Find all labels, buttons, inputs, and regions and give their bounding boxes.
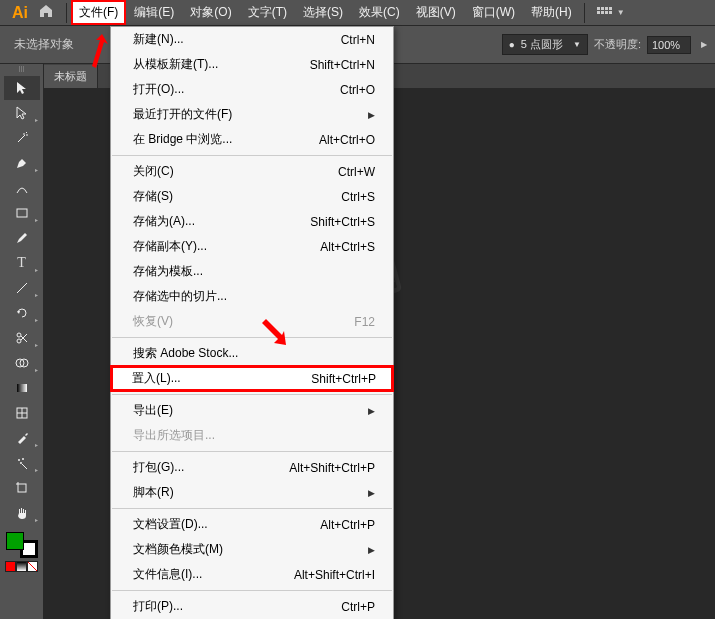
color-mode-gradient[interactable] bbox=[16, 561, 27, 572]
menu-item-label: 关闭(C) bbox=[133, 163, 174, 180]
chevron-right-icon: ▶ bbox=[368, 406, 375, 416]
menu-item[interactable]: 视图(V) bbox=[408, 0, 464, 25]
svg-point-2 bbox=[17, 333, 21, 337]
menu-item[interactable]: 新建(N)...Ctrl+N bbox=[111, 27, 393, 52]
menu-item[interactable]: 打包(G)...Alt+Shift+Ctrl+P bbox=[111, 455, 393, 480]
stroke-profile-value: 5 点圆形 bbox=[521, 37, 563, 52]
menu-item[interactable]: 打开(O)...Ctrl+O bbox=[111, 77, 393, 102]
menu-item-label: 从模板新建(T)... bbox=[133, 56, 218, 73]
menu-item[interactable]: 打印(P)...Ctrl+P bbox=[111, 594, 393, 619]
line-tool[interactable]: ▸ bbox=[4, 276, 40, 300]
pen-tool[interactable]: ▸ bbox=[4, 151, 40, 175]
menu-item[interactable]: 文件信息(I)...Alt+Shift+Ctrl+I bbox=[111, 562, 393, 587]
menu-separator bbox=[112, 394, 392, 395]
menu-item[interactable]: 文字(T) bbox=[240, 0, 295, 25]
color-mode-switches bbox=[5, 561, 39, 572]
menubar: Ai 文件(F)编辑(E)对象(O)文字(T)选择(S)效果(C)视图(V)窗口… bbox=[0, 0, 715, 26]
annotation-arrow bbox=[78, 32, 118, 72]
chevron-right-icon: ▶ bbox=[368, 545, 375, 555]
menu-item-shortcut: Ctrl+P bbox=[341, 600, 375, 614]
svg-point-14 bbox=[20, 462, 22, 464]
menu-item-label: 搜索 Adobe Stock... bbox=[133, 345, 238, 362]
menu-item: 导出所选项目... bbox=[111, 423, 393, 448]
color-mode-normal[interactable] bbox=[5, 561, 16, 572]
shape-builder-tool[interactable]: ▸ bbox=[4, 351, 40, 375]
fill-color[interactable] bbox=[6, 532, 24, 550]
svg-rect-8 bbox=[17, 384, 27, 392]
scissors-tool[interactable]: ▸ bbox=[4, 326, 40, 350]
chevron-right-icon: ▶ bbox=[368, 488, 375, 498]
menu-item[interactable]: 帮助(H) bbox=[523, 0, 580, 25]
menu-item-label: 打包(G)... bbox=[133, 459, 184, 476]
type-tool[interactable]: T▸ bbox=[4, 251, 40, 275]
menu-item-shortcut: Alt+Ctrl+S bbox=[320, 240, 375, 254]
menu-item[interactable]: 效果(C) bbox=[351, 0, 408, 25]
menu-item[interactable]: 从模板新建(T)...Shift+Ctrl+N bbox=[111, 52, 393, 77]
menu-item-shortcut: F12 bbox=[354, 315, 375, 329]
bullet-icon: ● bbox=[509, 39, 515, 50]
menu-item[interactable]: 编辑(E) bbox=[126, 0, 182, 25]
svg-rect-15 bbox=[18, 484, 26, 492]
menu-item-label: 最近打开的文件(F) bbox=[133, 106, 232, 123]
toolbar-handle[interactable] bbox=[4, 66, 40, 72]
menu-item-label: 存储(S) bbox=[133, 188, 173, 205]
menu-item[interactable]: 存储选中的切片... bbox=[111, 284, 393, 309]
symbol-sprayer-tool[interactable]: ▸ bbox=[4, 451, 40, 475]
opacity-label: 不透明度: bbox=[594, 37, 641, 52]
stroke-profile-dropdown[interactable]: ● 5 点圆形 ▼ bbox=[502, 34, 588, 55]
menu-item-shortcut: Ctrl+W bbox=[338, 165, 375, 179]
mesh-tool[interactable] bbox=[4, 401, 40, 425]
menu-item[interactable]: 文档设置(D)...Alt+Ctrl+P bbox=[111, 512, 393, 537]
color-mode-none[interactable] bbox=[27, 561, 38, 572]
rectangle-tool[interactable]: ▸ bbox=[4, 201, 40, 225]
svg-line-1 bbox=[17, 283, 27, 293]
curvature-tool[interactable] bbox=[4, 176, 40, 200]
menu-item-shortcut: Shift+Ctrl+P bbox=[311, 372, 376, 386]
menu-item-shortcut: Shift+Ctrl+S bbox=[310, 215, 375, 229]
opacity-input[interactable]: 100% bbox=[647, 36, 691, 54]
menu-item[interactable]: 搜索 Adobe Stock... bbox=[111, 341, 393, 366]
menu-item-label: 恢复(V) bbox=[133, 313, 173, 330]
svg-point-3 bbox=[17, 339, 21, 343]
menu-item-label: 文件信息(I)... bbox=[133, 566, 202, 583]
direct-selection-tool[interactable]: ▸ bbox=[4, 101, 40, 125]
menu-item[interactable]: 文档颜色模式(M)▶ bbox=[111, 537, 393, 562]
divider bbox=[584, 3, 585, 23]
selection-tool[interactable] bbox=[4, 76, 40, 100]
rotate-tool[interactable]: ▸ bbox=[4, 301, 40, 325]
menu-item[interactable]: 置入(L)...Shift+Ctrl+P bbox=[110, 365, 394, 392]
menu-item[interactable]: 对象(O) bbox=[182, 0, 239, 25]
paintbrush-tool[interactable] bbox=[4, 226, 40, 250]
artboard-tool[interactable] bbox=[4, 476, 40, 500]
menu-item-label: 在 Bridge 中浏览... bbox=[133, 131, 232, 148]
eyedropper-tool[interactable]: ▸ bbox=[4, 426, 40, 450]
menu-item[interactable]: 在 Bridge 中浏览...Alt+Ctrl+O bbox=[111, 127, 393, 152]
menu-item[interactable]: 存储为(A)...Shift+Ctrl+S bbox=[111, 209, 393, 234]
menu-item-label: 新建(N)... bbox=[133, 31, 184, 48]
menu-item[interactable]: 最近打开的文件(F)▶ bbox=[111, 102, 393, 127]
menu-item[interactable]: 导出(E)▶ bbox=[111, 398, 393, 423]
gradient-tool[interactable] bbox=[4, 376, 40, 400]
home-icon[interactable] bbox=[38, 3, 54, 23]
menu-item-label: 导出(E) bbox=[133, 402, 173, 419]
menu-item[interactable]: 存储(S)Ctrl+S bbox=[111, 184, 393, 209]
workspace-switcher[interactable]: ▼ bbox=[597, 7, 625, 19]
menu-item-label: 打开(O)... bbox=[133, 81, 184, 98]
fill-stroke-swatch[interactable] bbox=[6, 532, 38, 558]
menu-item[interactable]: 窗口(W) bbox=[464, 0, 523, 25]
hand-tool[interactable]: ▸ bbox=[4, 501, 40, 525]
chevron-down-icon: ▼ bbox=[573, 40, 581, 49]
magic-wand-tool[interactable] bbox=[4, 126, 40, 150]
annotation-arrow bbox=[258, 317, 294, 353]
menu-item[interactable]: 关闭(C)Ctrl+W bbox=[111, 159, 393, 184]
menu-item[interactable]: 选择(S) bbox=[295, 0, 351, 25]
menu-item-label: 存储为模板... bbox=[133, 263, 203, 280]
menu-item[interactable]: 存储为模板... bbox=[111, 259, 393, 284]
menu-separator bbox=[112, 451, 392, 452]
menu-item-shortcut: Shift+Ctrl+N bbox=[310, 58, 375, 72]
menu-item-label: 文档颜色模式(M) bbox=[133, 541, 223, 558]
menu-item[interactable]: 文件(F) bbox=[71, 0, 126, 25]
menu-item-shortcut: Alt+Ctrl+P bbox=[320, 518, 375, 532]
menu-item[interactable]: 脚本(R)▶ bbox=[111, 480, 393, 505]
menu-item[interactable]: 存储副本(Y)...Alt+Ctrl+S bbox=[111, 234, 393, 259]
